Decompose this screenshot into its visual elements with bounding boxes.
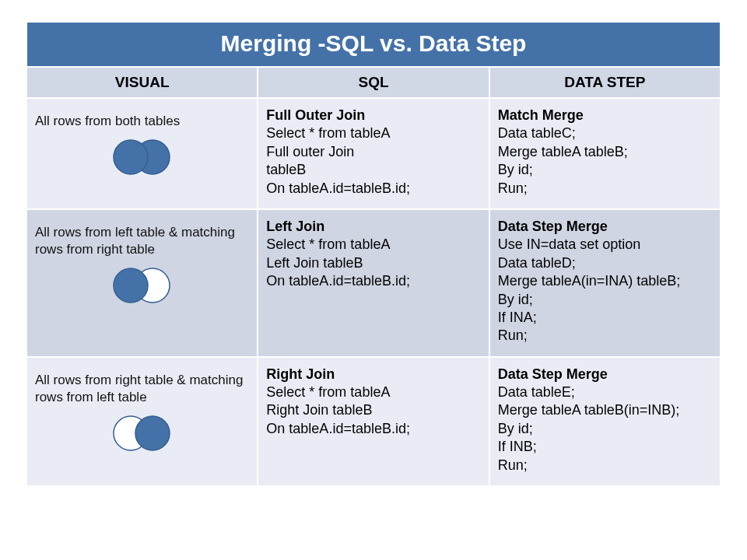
- code-line: By id;: [498, 291, 712, 309]
- code-line: Merge tableA(in=INA) tableB;: [498, 272, 712, 290]
- visual-cell: All rows from both tables: [27, 99, 257, 208]
- column-header-row: VISUAL SQL DATA STEP: [27, 66, 720, 97]
- code-line: Run;: [498, 180, 712, 198]
- venn-diagram-icon: [107, 414, 177, 453]
- visual-caption: All rows from right table & matching row…: [35, 372, 249, 406]
- code-line: Data tableC;: [498, 124, 712, 142]
- code-line: Run;: [498, 457, 712, 474]
- col-sql-header: SQL: [257, 68, 488, 97]
- code-line: Merge tableA tableB(in=INB);: [498, 401, 712, 419]
- table-row: All rows from right table & matching row…: [27, 356, 720, 485]
- table-row: All rows from both tablesFull Outer Join…: [27, 97, 720, 208]
- code-line: Merge tableA tableB;: [498, 143, 712, 161]
- code-line: Left Join tableB: [266, 254, 480, 272]
- comparison-table: Merging -SQL vs. Data Step VISUAL SQL DA…: [26, 22, 721, 486]
- datastep-title: Data Step Merge: [498, 366, 712, 383]
- datastep-cell: Data Step MergeData tableE;Merge tableA …: [489, 358, 720, 485]
- code-line: Right Join tableB: [266, 401, 480, 419]
- code-line: Run;: [498, 327, 712, 345]
- sql-cell: Right JoinSelect * from tableARight Join…: [257, 358, 488, 485]
- code-line: On tableA.id=tableB.id;: [266, 420, 480, 438]
- code-line: Data tableD;: [498, 254, 712, 272]
- datastep-cell: Match MergeData tableC;Merge tableA tabl…: [489, 99, 720, 208]
- sql-title: Right Join: [266, 366, 480, 383]
- code-line: If INB;: [498, 438, 712, 456]
- svg-point-1: [114, 140, 148, 174]
- datastep-title: Data Step Merge: [498, 218, 712, 236]
- visual-cell: All rows from left table & matching rows…: [27, 210, 257, 356]
- col-datastep-header: DATA STEP: [489, 68, 720, 97]
- svg-point-3: [114, 268, 148, 303]
- sql-title: Full Outer Join: [266, 107, 480, 124]
- code-line: By id;: [498, 161, 712, 179]
- col-visual-header: VISUAL: [27, 68, 257, 97]
- venn-diagram-icon: [107, 138, 177, 177]
- code-line: Select * from tableA: [266, 124, 480, 142]
- venn-diagram-icon: [107, 266, 177, 305]
- visual-cell: All rows from right table & matching row…: [27, 358, 257, 485]
- code-line: Select * from tableA: [266, 383, 480, 401]
- code-line: By id;: [498, 420, 712, 438]
- visual-caption: All rows from both tables: [35, 113, 249, 130]
- code-line: Data tableE;: [498, 383, 712, 401]
- sql-cell: Left JoinSelect * from tableALeft Join t…: [257, 210, 488, 356]
- visual-caption: All rows from left table & matching rows…: [35, 224, 249, 258]
- code-line: On tableA.id=tableB.id;: [266, 180, 480, 198]
- datastep-title: Match Merge: [498, 107, 712, 124]
- code-line: tableB: [266, 161, 480, 179]
- sql-title: Left Join: [266, 218, 480, 236]
- datastep-cell: Data Step MergeUse IN=data set optionDat…: [489, 210, 720, 356]
- sql-cell: Full Outer JoinSelect * from tableAFull …: [257, 99, 488, 208]
- code-line: Full outer Join: [266, 143, 480, 161]
- code-line: Select * from tableA: [266, 236, 480, 254]
- code-line: On tableA.id=tableB.id;: [266, 272, 480, 290]
- code-line: If INA;: [498, 309, 712, 327]
- code-line: Use IN=data set option: [498, 236, 712, 254]
- page-title: Merging -SQL vs. Data Step: [27, 23, 720, 66]
- svg-point-5: [135, 416, 170, 450]
- table-row: All rows from left table & matching rows…: [27, 208, 720, 356]
